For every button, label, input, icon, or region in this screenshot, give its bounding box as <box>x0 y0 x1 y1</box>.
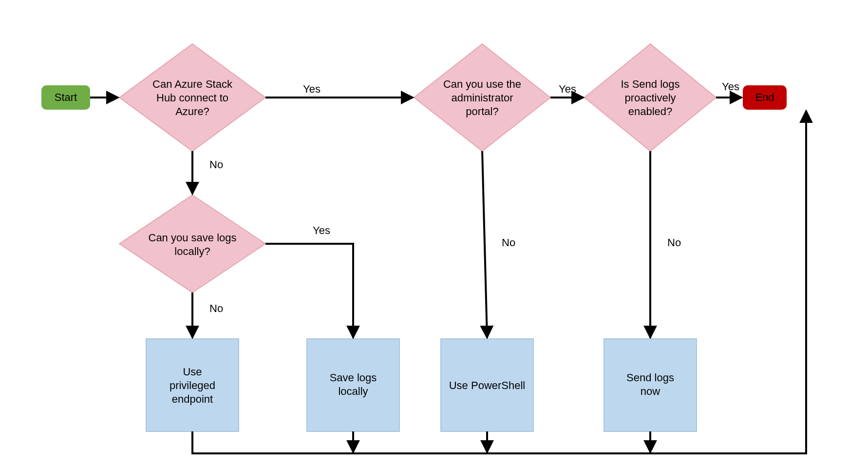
svg-text:Azure?: Azure? <box>175 105 209 117</box>
svg-text:Hub connect to: Hub connect to <box>156 92 228 104</box>
svg-text:Can you use the: Can you use the <box>443 78 521 90</box>
start-label: Start <box>55 91 77 103</box>
end-label: End <box>755 91 774 103</box>
svg-text:administrator: administrator <box>451 92 513 104</box>
svg-text:now: now <box>641 385 660 397</box>
edge-d2-yes <box>265 244 353 338</box>
svg-text:Is Send logs: Is Send logs <box>621 78 679 90</box>
svg-text:Can you save logs: Can you save logs <box>149 232 237 244</box>
flowchart: Start End Can Azure Stack Hub connect to… <box>0 0 868 469</box>
svg-text:Use: Use <box>183 366 202 378</box>
edge-d3-no <box>482 151 487 338</box>
svg-text:enabled?: enabled? <box>628 105 673 117</box>
svg-text:Send logs: Send logs <box>626 371 674 384</box>
decision-save-locally: Can you save logs locally? <box>119 195 265 293</box>
svg-text:Use PowerShell: Use PowerShell <box>449 379 526 391</box>
decision-azure-connect: Can Azure Stack Hub connect to Azure? <box>119 44 265 151</box>
process-privileged-endpoint: Use privileged endpoint <box>146 339 239 431</box>
edge-d4-yes-label: Yes <box>722 80 739 93</box>
process-save-locally: Save logs locally <box>307 339 399 431</box>
svg-text:portal?: portal? <box>466 105 498 117</box>
svg-text:privileged: privileged <box>170 379 215 391</box>
process-powershell: Use PowerShell <box>441 339 533 431</box>
svg-text:locally: locally <box>338 385 368 397</box>
decision-proactive-enabled: Is Send logs proactively enabled? <box>585 44 716 151</box>
edge-d4-no-label: No <box>667 236 681 249</box>
svg-text:Can Azure Stack: Can Azure Stack <box>152 78 233 90</box>
svg-text:locally?: locally? <box>174 245 210 257</box>
svg-marker-6 <box>119 195 265 293</box>
edge-d3-yes-label: Yes <box>559 83 576 95</box>
svg-text:endpoint: endpoint <box>172 393 213 405</box>
start-node: Start <box>41 85 90 110</box>
decision-admin-portal: Can you use the administrator portal? <box>414 44 550 151</box>
edge-d3-no-label: No <box>502 236 515 249</box>
process-send-logs-now: Send logs now <box>604 339 697 431</box>
svg-text:proactively: proactively <box>624 92 676 104</box>
svg-text:Save logs: Save logs <box>330 371 377 384</box>
edge-d2-yes-label: Yes <box>313 224 330 236</box>
edge-d1-no-label: No <box>209 158 223 171</box>
end-node: End <box>743 85 787 110</box>
edge-d2-no-label: No <box>209 302 223 314</box>
edge-d1-yes-label: Yes <box>303 83 321 95</box>
